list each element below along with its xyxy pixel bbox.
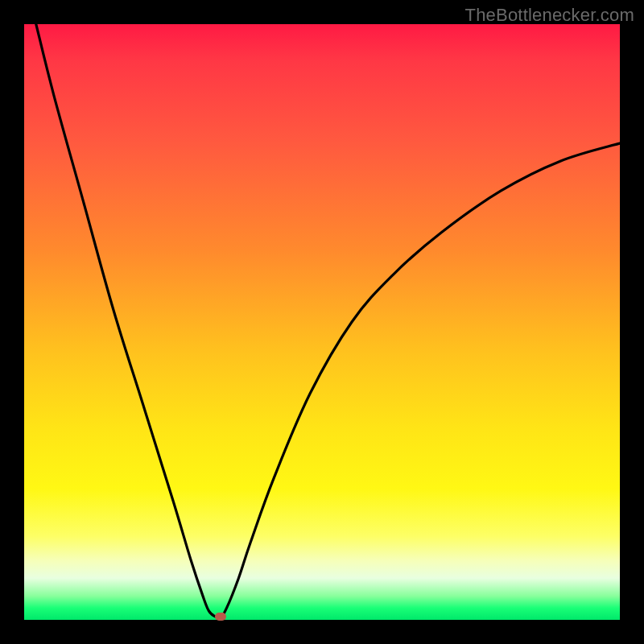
chart-area bbox=[24, 24, 620, 620]
bottleneck-curve bbox=[24, 24, 620, 620]
watermark-text: TheBottlenecker.com bbox=[465, 5, 634, 26]
optimum-marker bbox=[215, 613, 226, 621]
